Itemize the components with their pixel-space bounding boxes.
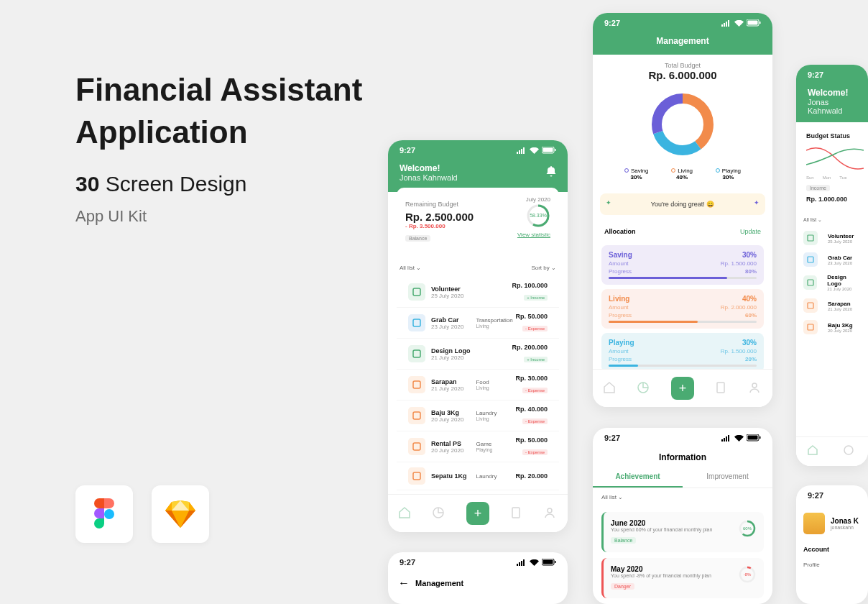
transaction-row[interactable]: Sarapan21 July 2020 [796, 295, 868, 316]
transaction-row[interactable]: Volunteer25 July 2020 [796, 227, 868, 249]
tab-improvement[interactable]: Improvement [683, 467, 772, 488]
svg-text:58.33%: 58.33% [530, 213, 547, 218]
svg-rect-6 [543, 148, 553, 152]
sort-by-dropdown[interactable]: Sort by ⌄ [531, 265, 556, 271]
svg-text:-8%: -8% [744, 572, 752, 577]
phone-information: 9:27 Information Achievement Improvement… [593, 428, 772, 604]
svg-rect-42 [726, 436, 727, 441]
phone-management-header: 9:27 ← Management [388, 552, 568, 604]
transaction-row[interactable]: Baju 3Kg20 July 2020 [796, 316, 868, 338]
budget-date: July 2020 [526, 196, 550, 203]
back-icon[interactable]: ← [398, 577, 410, 590]
svg-rect-56 [523, 559, 525, 566]
category-icon [408, 467, 425, 485]
nav-add-button[interactable]: + [671, 377, 694, 400]
transaction-row[interactable]: Rental PS20 July 2020 GamePlaying Rp. 50… [397, 431, 559, 462]
bell-icon[interactable] [546, 166, 556, 178]
nav-home-icon[interactable] [398, 506, 412, 521]
svg-rect-14 [413, 381, 420, 388]
total-label: Total Budget [599, 62, 767, 69]
transaction-row[interactable]: Grab Car23 July 2020 [796, 249, 868, 270]
svg-rect-54 [519, 562, 520, 566]
legend-item: Playing30% [716, 168, 741, 180]
svg-rect-53 [517, 564, 518, 566]
svg-rect-12 [413, 319, 420, 326]
all-list-dropdown[interactable]: All list [601, 494, 617, 500]
phone-welcome-partial: 9:27 Welcome! Jonas Kahnwald Budget Stat… [796, 65, 868, 466]
svg-point-39 [844, 446, 853, 454]
category-icon [803, 231, 818, 245]
category-icon [408, 407, 425, 424]
achievement-card[interactable]: May 2020You spend -8% of your financial … [601, 558, 764, 598]
nav-chart-icon[interactable] [637, 381, 651, 395]
tab-achievement[interactable]: Achievement [593, 467, 683, 488]
nav-chart-icon[interactable] [843, 444, 857, 459]
hero-tagline: App UI Kit [75, 207, 362, 226]
allocation-card[interactable]: Saving30% AmountRp. 1.500.000 Progress80… [601, 245, 764, 285]
nav-home-icon[interactable] [603, 381, 617, 395]
svg-rect-46 [760, 436, 761, 439]
svg-rect-26 [748, 21, 758, 25]
nav-profile-icon[interactable] [748, 381, 762, 395]
svg-rect-11 [413, 288, 420, 296]
svg-rect-17 [413, 472, 420, 480]
nav-profile-icon[interactable] [543, 506, 558, 521]
phone-profile-partial: 9:27 Jonas K jonaskahn Account Profile [796, 485, 868, 604]
category-icon [803, 275, 817, 290]
phone-management: 9:27 Management Total Budget Rp. 6.000.0… [593, 13, 772, 407]
svg-rect-3 [521, 149, 522, 154]
allocation-card[interactable]: Living40% AmountRp. 2.000.000 Progress60… [601, 289, 764, 329]
transaction-row[interactable]: Design Logo21 July 2020 Rp. 200.000+ Inc… [397, 339, 559, 370]
transaction-row[interactable]: Grab Car23 July 2020 TransportationLivin… [397, 308, 559, 339]
svg-rect-16 [413, 443, 420, 450]
transaction-row[interactable]: Sepatu 1Kg Laundry Rp. 20.000 [397, 462, 559, 490]
figma-icon [75, 485, 133, 543]
svg-rect-58 [543, 560, 553, 564]
achievement-card[interactable]: June 2020You spend 60% of your financial… [601, 512, 764, 552]
tool-icons [75, 485, 209, 543]
svg-rect-41 [724, 438, 725, 441]
nav-add-button[interactable]: + [466, 502, 489, 525]
bottom-nav: + [593, 369, 772, 407]
profile-link[interactable]: Profile [796, 557, 868, 572]
status-icons [517, 147, 556, 154]
category-icon [803, 320, 818, 334]
all-list-dropdown[interactable]: All list [803, 217, 816, 222]
page-title: Management [593, 33, 772, 49]
category-icon [803, 298, 818, 313]
nav-chart-icon[interactable] [432, 506, 446, 521]
allocation-card[interactable]: Playing30% AmountRp. 1.500.000 Progress2… [601, 333, 764, 372]
hero-section: Financial AssistantApplication 30 Screen… [75, 68, 362, 226]
donut-chart [647, 88, 719, 160]
category-icon [408, 438, 425, 455]
svg-rect-32 [717, 383, 724, 393]
all-list-dropdown[interactable]: All list ⌄ [400, 265, 421, 271]
nav-doc-icon[interactable] [714, 381, 729, 395]
update-link[interactable]: Update [740, 228, 761, 235]
svg-rect-45 [748, 436, 758, 440]
category-icon [408, 345, 425, 362]
transaction-row[interactable]: Sarapan21 July 2020 FoodLiving Rp. 30.00… [397, 370, 559, 401]
svg-rect-37 [808, 303, 813, 308]
svg-rect-23 [726, 22, 727, 27]
user-name: Jonas Kahnwald [400, 173, 556, 182]
transaction-row[interactable]: Baju 3Kg20 July 2020 LaundryLiving Rp. 4… [397, 401, 559, 431]
svg-text:60%: 60% [743, 526, 752, 531]
chart-title: Budget Status [806, 132, 858, 139]
category-icon [803, 252, 818, 267]
svg-rect-13 [413, 350, 420, 357]
hero-title: Financial AssistantApplication [75, 68, 362, 154]
phone-home: 9:27 Welcome! Jonas Kahnwald Remaining B… [388, 140, 568, 532]
svg-rect-22 [724, 23, 725, 27]
svg-rect-36 [808, 280, 813, 285]
encouragement-banner: ✦ ✦ You're doing great! 😄 [600, 193, 765, 215]
welcome-label: Welcome! [400, 163, 556, 173]
legend-item: Living40% [671, 168, 693, 180]
transaction-row[interactable]: Design Logo21 July 2020 [796, 270, 868, 295]
svg-rect-59 [555, 561, 556, 563]
category-icon [408, 283, 425, 301]
transaction-row[interactable]: Volunteer25 July 2020 Rp. 100.000+ Incom… [397, 277, 559, 308]
nav-doc-icon[interactable] [509, 506, 524, 521]
nav-home-icon[interactable] [807, 444, 821, 459]
view-statistic-link[interactable]: View statistic [517, 232, 550, 238]
